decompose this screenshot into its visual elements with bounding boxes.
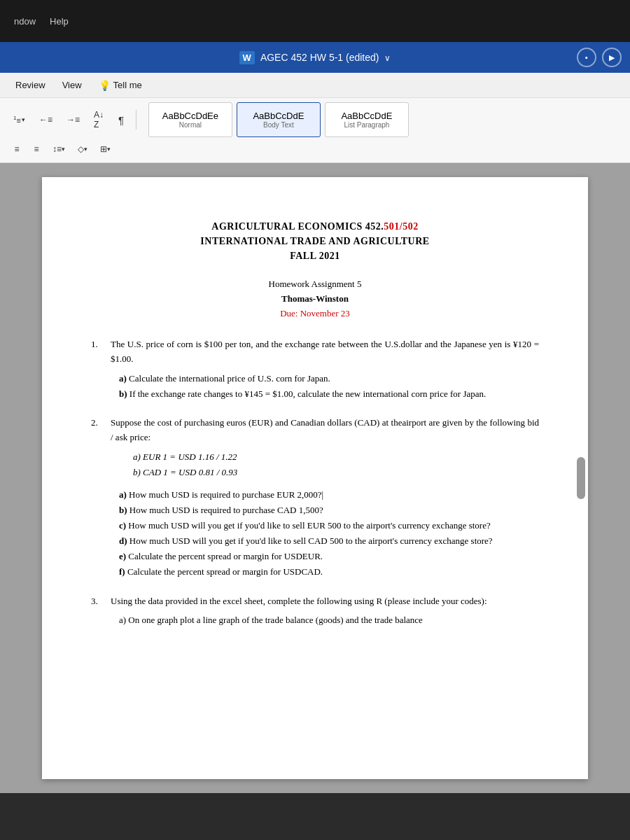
question-3-block: 3. Using the data provided in the excel … — [91, 594, 539, 629]
q1-sub-b-content: If the exchange rate changes to ¥145 = $… — [130, 388, 486, 399]
q2-sub-d: d) How much USD will you get if you'd li… — [119, 533, 539, 549]
question-2-items: a) EUR 1 = USD 1.16 / 1.22 b) CAD 1 = US… — [119, 449, 539, 480]
indent-left-icon: ←≡ — [39, 115, 52, 125]
ribbon-row-1: 1≡ ▾ ←≡ →≡ A↓Z ¶ AaBbCcDdEe Normal AaBbC… — [8, 102, 622, 137]
question-2-main: 2. Suppose the cost of purchasing euros … — [91, 416, 539, 445]
q2-sub-a: a) How much USD is required to purchase … — [119, 487, 539, 503]
sort-btn[interactable]: A↓Z — [89, 111, 108, 129]
title-text: AGEC 452 HW 5-1 (edited) — [260, 52, 379, 63]
align-center-icon: ≡ — [34, 144, 38, 154]
q2-sub-a-label: a) — [119, 489, 127, 500]
hw-title: Homework Assignment 5 — [91, 277, 539, 292]
shading-arrow: ▾ — [84, 146, 88, 153]
q3-sub-a: a) On one graph plot a line graph of the… — [119, 612, 539, 628]
q1-sub-a-label: a) — [119, 373, 127, 384]
title-dropdown-arrow[interactable]: ∨ — [384, 53, 391, 63]
style-body-text[interactable]: AaBbCcDdE Body Text — [237, 102, 321, 137]
menu-view[interactable]: View — [55, 77, 89, 93]
q1-sub-a-content: Calculate the international price of U.S… — [129, 373, 330, 384]
q2-sub-a-text: How much USD is required to purchase EUR… — [129, 489, 323, 500]
q2-sub-c-text: How much USD will you get if you'd like … — [128, 520, 490, 531]
style-normal-preview: AaBbCcDdEe — [162, 111, 218, 121]
video-button[interactable]: ▪ — [577, 48, 596, 67]
q2-sub-f-label: f) — [119, 566, 125, 577]
ribbon-row-2: ≡ ≡ ↕≡ ▾ ◇ ▾ ⊞ ▾ — [8, 140, 622, 158]
numbering-icon: 1≡ — [13, 115, 21, 125]
play-icon: ▶ — [609, 53, 615, 62]
style-normal[interactable]: AaBbCcDdEe Normal — [148, 102, 232, 137]
align-center-btn[interactable]: ≡ — [28, 140, 45, 158]
paragraph-mark-btn[interactable]: ¶ — [113, 111, 130, 129]
borders-arrow: ▾ — [107, 146, 111, 153]
q3-sub-a-label: a) — [119, 615, 126, 625]
question-1-block: 1. The U.S. price of corn is $100 per to… — [91, 337, 539, 402]
window-menu-item-2[interactable]: Help — [50, 16, 69, 27]
question-1-subs: a) Calculate the international price of … — [119, 371, 539, 402]
shading-icon: ◇ — [78, 144, 84, 154]
doc-title-line2: INTERNATIONAL TRADE AND AGRICULTURE — [91, 234, 539, 248]
q3-sub-a-text: On one graph plot a line graph of the tr… — [128, 615, 423, 625]
q2-sub-c: c) How much USD will you get if you'd li… — [119, 518, 539, 533]
hw-author: Thomas-Winston — [91, 292, 539, 307]
document-page: AGRICULTURAL ECONOMICS 452.501/502 INTER… — [42, 177, 588, 779]
dropdown-arrow-1: ▾ — [22, 116, 25, 123]
q1-sub-a: a) Calculate the international price of … — [119, 371, 539, 386]
hw-assignment-block: Homework Assignment 5 Thomas-Winston Due… — [91, 277, 539, 321]
hw-due: Due: November 23 — [91, 307, 539, 321]
line-spacing-icon: ↕≡ — [52, 144, 62, 154]
indent-right-btn[interactable]: →≡ — [62, 111, 85, 129]
paragraph-icon: ¶ — [118, 114, 124, 126]
top-bar: ndow Help — [0, 0, 630, 42]
question-2-subs: a) How much USD is required to purchase … — [119, 487, 539, 580]
q2-sub-b-text: How much USD is required to purchase CAD… — [130, 505, 323, 515]
q1-sub-b-label: b) — [119, 388, 127, 399]
q2-sub-e: e) Calculate the percent spread or margi… — [119, 549, 539, 564]
question-2-block: 2. Suppose the cost of purchasing euros … — [91, 416, 539, 580]
question-1-text: The U.S. price of corn is $100 per ton, … — [111, 337, 539, 367]
borders-btn[interactable]: ⊞ ▾ — [95, 140, 115, 158]
q2-sub-c-label: c) — [119, 520, 126, 531]
q2-sub-b-label: b) — [119, 505, 127, 515]
window-menu-item-1[interactable]: ndow — [14, 16, 36, 27]
q2-sub-e-label: e) — [119, 551, 126, 561]
sort-icon: A↓Z — [94, 110, 104, 130]
q2-sub-d-text: How much USD will you get if you'd like … — [130, 536, 493, 546]
q2-sub-e-text: Calculate the percent spread or margin f… — [128, 551, 323, 561]
q2-sub-f-text: Calculate the percent spread or margin f… — [127, 566, 323, 577]
lightbulb-icon: 💡 — [99, 80, 111, 91]
title-controls: ▪ ▶ — [577, 48, 622, 67]
question-3-subs: a) On one graph plot a line graph of the… — [119, 612, 539, 628]
q2-item-a-label: a) — [133, 451, 141, 462]
question-2-num: 2. — [91, 416, 105, 445]
title-bar: W AGEC 452 HW 5-1 (edited) ∨ ▪ ▶ — [0, 42, 630, 73]
tell-me-label: Tell me — [113, 80, 142, 90]
menu-review[interactable]: Review — [8, 77, 52, 93]
numbering-down-btn[interactable]: 1≡ ▾ — [8, 111, 30, 129]
document-header: AGRICULTURAL ECONOMICS 452.501/502 INTER… — [91, 219, 539, 263]
tell-me-button[interactable]: 💡 Tell me — [92, 77, 149, 94]
question-1-num: 1. — [91, 337, 105, 367]
q2-item-a-text: EUR 1 = USD 1.16 / 1.22 — [143, 451, 237, 462]
q2-sub-b: b) How much USD is required to purchase … — [119, 503, 539, 518]
style-body-text-label: Body Text — [263, 121, 294, 129]
document-title: AGEC 452 HW 5-1 (edited) ∨ — [260, 52, 391, 63]
ribbon-sep-1 — [136, 110, 136, 130]
question-3-main: 3. Using the data provided in the excel … — [91, 594, 539, 609]
line-spacing-arrow: ▾ — [62, 146, 65, 153]
video-icon: ▪ — [585, 53, 588, 62]
borders-icon: ⊞ — [100, 144, 107, 154]
indent-left-btn[interactable]: ←≡ — [34, 111, 57, 129]
q1-sub-b: b) If the exchange rate changes to ¥145 … — [119, 386, 539, 402]
q2-sub-f: f) Calculate the percent spread or margi… — [119, 564, 539, 580]
scrollbar[interactable] — [577, 457, 585, 499]
play-button[interactable]: ▶ — [602, 48, 622, 67]
align-left-btn[interactable]: ≡ — [8, 140, 25, 158]
line-spacing-btn[interactable]: ↕≡ ▾ — [48, 140, 70, 158]
menu-bar: Review View 💡 Tell me — [0, 73, 630, 98]
shading-btn[interactable]: ◇ ▾ — [73, 140, 92, 158]
style-list-paragraph[interactable]: AaBbCcDdE List Paragraph — [325, 102, 409, 137]
question-2-text: Suppose the cost of purchasing euros (EU… — [111, 416, 539, 445]
question-3-num: 3. — [91, 594, 105, 609]
style-body-text-preview: AaBbCcDdE — [253, 111, 304, 121]
question-1-main: 1. The U.S. price of corn is $100 per to… — [91, 337, 539, 367]
